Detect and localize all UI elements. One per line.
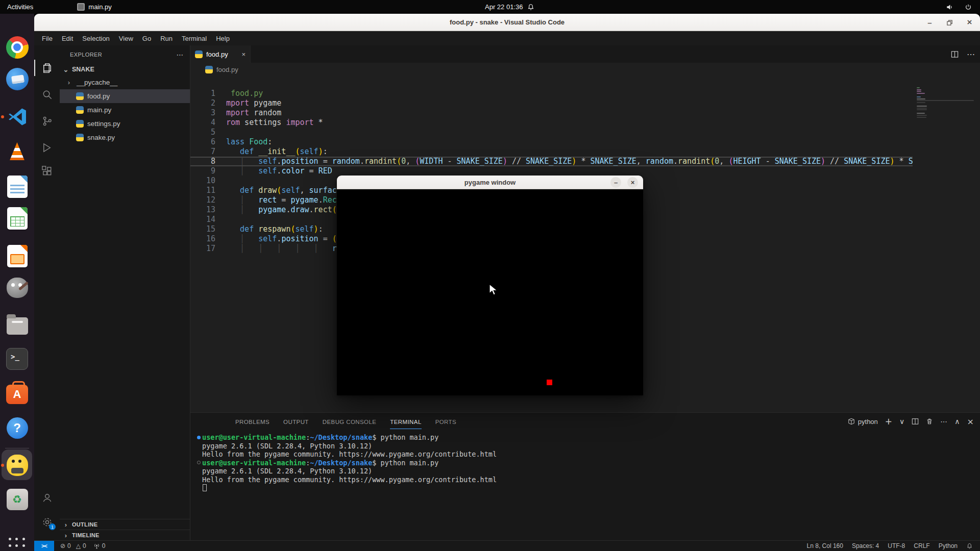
dock-terminal-icon[interactable]: >_ bbox=[5, 346, 30, 371]
menu-view[interactable]: View bbox=[114, 33, 138, 44]
file-item-__pycache__[interactable]: ›__pycache__ bbox=[60, 76, 190, 89]
dock-app-grid-icon[interactable] bbox=[5, 534, 30, 551]
menu-edit[interactable]: Edit bbox=[57, 33, 78, 44]
pygame-window-title: pygame window bbox=[464, 179, 516, 186]
line-number: 2 bbox=[190, 98, 215, 108]
menu-help[interactable]: Help bbox=[211, 33, 234, 44]
panel-tab-terminal[interactable]: TERMINAL bbox=[390, 414, 421, 429]
volume-icon bbox=[946, 4, 953, 11]
kill-terminal-trash-icon[interactable] bbox=[926, 418, 933, 425]
dock-trash-icon[interactable]: ♻ bbox=[5, 487, 30, 512]
source-control-icon[interactable] bbox=[34, 110, 60, 132]
file-item-food.py[interactable]: food.py bbox=[60, 89, 190, 103]
dock-help-icon[interactable]: ? bbox=[5, 415, 30, 440]
dock-files-icon[interactable] bbox=[5, 312, 30, 337]
dock-ubuntu-software-icon[interactable]: A bbox=[5, 381, 30, 406]
terminal-output[interactable]: user@user-virtual-machine:~/Desktop/snak… bbox=[195, 433, 976, 538]
chevron-right-icon: › bbox=[65, 79, 73, 86]
line-number: 4 bbox=[190, 118, 215, 128]
notification-bell-icon bbox=[527, 4, 534, 11]
panel-tab-debug-console[interactable]: DEBUG CONSOLE bbox=[323, 414, 377, 429]
problems-status[interactable]: ⊘ 0 △ 0 bbox=[60, 542, 86, 549]
terminal-shell-item[interactable]: python bbox=[848, 418, 878, 425]
breadcrumb[interactable]: food.py bbox=[190, 63, 980, 76]
status-eol[interactable]: CRLF bbox=[914, 542, 929, 549]
section-outline[interactable]: › OUTLINE bbox=[60, 519, 190, 530]
python-file-icon bbox=[76, 120, 84, 128]
code-line-8[interactable]: 8 │ self.position = random.randint(0, (W… bbox=[190, 157, 913, 166]
running-indicator bbox=[1, 464, 4, 467]
status-indentation[interactable]: Spaces: 4 bbox=[852, 542, 879, 549]
split-terminal-icon[interactable] bbox=[912, 418, 919, 425]
minimize-button[interactable]: – bbox=[925, 18, 934, 27]
ports-status[interactable]: 0 bbox=[93, 542, 106, 549]
status-language[interactable]: Python bbox=[939, 542, 958, 549]
menu-file[interactable]: File bbox=[37, 33, 57, 44]
tab-close-icon[interactable]: × bbox=[241, 51, 246, 58]
file-item-snake.py[interactable]: snake.py bbox=[60, 131, 190, 144]
settings-gear-icon[interactable]: 1 bbox=[34, 511, 60, 533]
tab-food-py[interactable]: food.py × bbox=[190, 45, 251, 63]
code-line-7[interactable]: 7 def __init__(self): bbox=[190, 147, 913, 157]
search-icon[interactable] bbox=[34, 83, 60, 106]
minimap[interactable] bbox=[913, 76, 980, 412]
pygame-close-button[interactable]: × bbox=[627, 177, 638, 188]
dock-separator bbox=[5, 448, 29, 448]
file-item-main.py[interactable]: main.py bbox=[60, 103, 190, 117]
maximize-panel-icon[interactable]: ∧ bbox=[954, 417, 960, 425]
panel-tab-ports[interactable]: PORTS bbox=[435, 414, 456, 429]
activities-button[interactable]: Activities bbox=[7, 3, 33, 11]
extensions-icon[interactable] bbox=[34, 160, 60, 182]
menu-terminal[interactable]: Terminal bbox=[177, 33, 211, 44]
menu-selection[interactable]: Selection bbox=[78, 33, 114, 44]
code-line-6[interactable]: 6lass Food: bbox=[190, 137, 913, 147]
dock-vlc-icon[interactable] bbox=[5, 139, 30, 164]
code-line-1[interactable]: 1 food.py bbox=[190, 89, 913, 98]
status-encoding[interactable]: UTF-8 bbox=[888, 542, 905, 549]
editor-more-actions-icon[interactable]: ⋯ bbox=[967, 49, 975, 59]
code-line-4[interactable]: 4rom settings import * bbox=[190, 118, 913, 128]
clock-button[interactable]: Apr 22 01:36 bbox=[485, 3, 534, 11]
dock-vscode-icon[interactable] bbox=[5, 104, 30, 129]
chevron-right-icon: › bbox=[62, 521, 70, 529]
code-line-2[interactable]: 2mport pygame bbox=[190, 98, 913, 108]
section-snake[interactable]: ⌄ SNAKE bbox=[60, 63, 190, 76]
restore-button[interactable] bbox=[945, 18, 954, 27]
close-panel-icon[interactable]: × bbox=[967, 417, 974, 427]
panel-more-actions-icon[interactable]: ⋯ bbox=[940, 417, 947, 425]
code-line-3[interactable]: 3mport random bbox=[190, 108, 913, 118]
dock-gimp-icon[interactable] bbox=[5, 275, 30, 300]
explorer-icon[interactable] bbox=[34, 57, 60, 79]
panel-tab-output[interactable]: OUTPUT bbox=[283, 414, 309, 429]
pygame-titlebar[interactable]: pygame window – × bbox=[337, 176, 643, 189]
section-timeline[interactable]: › TIMELINE bbox=[60, 530, 190, 540]
remote-indicator[interactable]: >< bbox=[34, 541, 54, 551]
new-terminal-icon[interactable]: + bbox=[885, 416, 892, 427]
accounts-icon[interactable] bbox=[34, 486, 60, 509]
code-line-9[interactable]: 9 │ self.color = RED bbox=[190, 166, 913, 176]
window-titlebar[interactable]: food.py - snake - Visual Studio Code – × bbox=[34, 14, 980, 31]
close-button[interactable]: × bbox=[965, 18, 974, 27]
menu-run[interactable]: Run bbox=[156, 33, 177, 44]
dock-thunderbird-icon[interactable] bbox=[5, 66, 30, 91]
run-debug-icon[interactable] bbox=[34, 136, 60, 159]
pygame-minimize-button[interactable]: – bbox=[610, 177, 621, 188]
notifications-bell-icon[interactable] bbox=[966, 543, 973, 549]
menu-go[interactable]: Go bbox=[138, 33, 156, 44]
dock-snake-game-icon[interactable] bbox=[5, 453, 30, 478]
file-item-settings.py[interactable]: settings.py bbox=[60, 117, 190, 131]
dock-libreoffice-impress-icon[interactable] bbox=[5, 243, 30, 268]
code-line-5[interactable]: 5 bbox=[190, 128, 913, 137]
terminal-dropdown-icon[interactable]: ∨ bbox=[899, 417, 904, 425]
dock-libreoffice-calc-icon[interactable] bbox=[5, 206, 30, 231]
split-editor-icon[interactable] bbox=[951, 51, 959, 58]
dock-libreoffice-writer-icon[interactable] bbox=[5, 174, 30, 199]
focused-app-indicator[interactable]: main.py bbox=[77, 3, 112, 11]
panel-tab-problems[interactable]: PROBLEMS bbox=[235, 414, 270, 429]
sidebar-more-actions-icon[interactable]: ⋯ bbox=[177, 51, 184, 59]
dock-chrome-icon[interactable] bbox=[5, 35, 30, 60]
system-tray[interactable] bbox=[946, 4, 972, 11]
line-number: 7 bbox=[190, 147, 215, 157]
terminal-row-4: user@user-virtual-machine:~/Desktop/snak… bbox=[195, 459, 976, 467]
status-cursor-position[interactable]: Ln 8, Col 160 bbox=[807, 542, 843, 549]
